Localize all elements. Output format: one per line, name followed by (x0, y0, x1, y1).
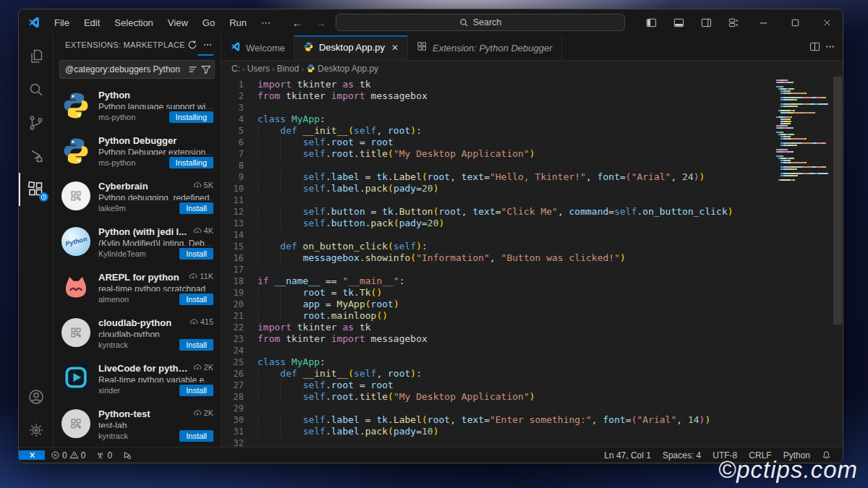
command-center-search[interactable]: Search (336, 14, 625, 31)
install-button[interactable]: Install (179, 202, 213, 214)
scrollbar-thumb[interactable] (833, 77, 842, 325)
code-line: self.root = root (258, 137, 843, 148)
extension-item[interactable]: LiveCode for python2KReal-time python va… (54, 356, 221, 402)
scrollbar[interactable] (833, 77, 843, 447)
search-icon (459, 18, 469, 27)
more-actions-icon[interactable] (200, 38, 215, 52)
customize-layout-icon[interactable] (720, 9, 747, 35)
code-line: self.label.pack(pady=20) (258, 183, 843, 194)
debug-status[interactable] (118, 448, 136, 463)
extensions-search-input[interactable]: @category:debuggers Python (59, 60, 215, 79)
minimize-button[interactable] (747, 9, 779, 35)
menu-selection[interactable]: Selection (108, 15, 159, 30)
vscode-window: FileEditSelectionViewGoRun⋯ ← → Search (18, 9, 843, 463)
extension-description: Real-time python variable e... (98, 375, 213, 382)
toggle-primary-sidebar-icon[interactable] (637, 9, 665, 35)
extension-logo (62, 364, 90, 391)
extension-item[interactable]: AREPL for python11Kreal-time python scra… (54, 265, 221, 311)
activity-settings-icon[interactable] (19, 414, 54, 447)
forward-arrow-icon[interactable]: → (312, 17, 328, 29)
extension-name: AREPL for python (98, 272, 184, 283)
menu-run[interactable]: Run (223, 15, 253, 30)
activity-extensions-icon[interactable] (19, 173, 54, 206)
error-icon (51, 450, 60, 460)
extension-icon: Python (61, 226, 91, 260)
code-line: import tkinter as tk (258, 322, 843, 333)
remote-indicator[interactable] (19, 450, 45, 460)
extension-description: cloudlab-python (98, 330, 213, 337)
extension-icon (61, 317, 91, 351)
breadcrumb-item[interactable]: Users (247, 64, 270, 74)
breadcrumb-item[interactable]: Binod (277, 64, 299, 74)
status-spaces-4[interactable]: Spaces: 4 (657, 448, 707, 463)
tab-extension-python-debugger[interactable]: Extension: Python Debugger (408, 35, 562, 60)
toggle-secondary-sidebar-icon[interactable] (692, 9, 720, 35)
install-button[interactable]: Install (179, 339, 213, 351)
cat-logo (61, 273, 90, 301)
menu-view[interactable]: View (161, 15, 195, 30)
install-button[interactable]: Install (179, 430, 213, 442)
line-numbers: 1234567891011121314151617181920212223242… (221, 77, 258, 447)
problems-indicator[interactable]: 0 0 (46, 448, 90, 463)
code-line (258, 264, 843, 275)
toggle-panel-icon[interactable] (665, 9, 692, 35)
back-arrow-icon[interactable]: ← (289, 17, 305, 29)
activity-search-icon[interactable] (19, 73, 54, 106)
extension-item[interactable]: Python DebuggerPython Debugger extension… (54, 129, 221, 174)
activity-run-debug-icon[interactable] (19, 140, 54, 173)
extension-item[interactable]: Cyberbrain5KPython debugging, redefined.… (54, 174, 221, 220)
code-line: self.root = root (258, 380, 843, 391)
split-editor-icon[interactable] (809, 41, 820, 55)
radio-tower-icon (95, 450, 105, 460)
extension-item[interactable]: Python-test2Ktest-labkyntrackInstall (54, 402, 221, 447)
extension-name: Python (with jedi l... (98, 226, 189, 237)
code-editor[interactable]: 1234567891011121314151617181920212223242… (221, 77, 843, 447)
menu-edit[interactable]: Edit (77, 15, 106, 30)
extension-description: test-lab (98, 421, 213, 428)
sort-icon[interactable] (188, 64, 198, 74)
install-button[interactable]: Install (179, 294, 213, 305)
install-button[interactable]: Install (179, 248, 213, 260)
close-button[interactable] (811, 9, 843, 35)
titlebar-controls (637, 9, 843, 35)
breadcrumb-item[interactable]: C: (231, 64, 240, 74)
extension-name: LiveCode for python (98, 363, 189, 374)
extension-item[interactable]: PythonPython (with jedi l...4K(Kylin Mod… (54, 220, 221, 265)
code-line: app = MyApp(root) (258, 299, 843, 310)
menu-[interactable]: ⋯ (255, 15, 277, 30)
breadcrumb-item[interactable]: Desktop App.py (318, 64, 378, 74)
maximize-button[interactable] (779, 9, 811, 35)
refresh-icon[interactable] (185, 38, 200, 52)
close-tab-icon[interactable]: ✕ (391, 43, 399, 53)
filter-icon[interactable] (201, 64, 211, 74)
tab-welcome[interactable]: Welcome (221, 35, 294, 60)
extension-icon (61, 408, 91, 442)
tab-bar: WelcomeDesktop App.py✕Extension: Python … (221, 35, 843, 61)
minimap[interactable] (772, 78, 833, 181)
menu-go[interactable]: Go (196, 15, 221, 30)
menu-file[interactable]: File (48, 15, 76, 30)
vscode-logo-icon (27, 16, 41, 29)
editor-group: WelcomeDesktop App.py✕Extension: Python … (221, 35, 843, 447)
install-button[interactable]: Installing (169, 111, 213, 123)
install-button[interactable]: Install (179, 385, 213, 396)
activity-source-control-icon[interactable] (19, 106, 54, 140)
extension-publisher: ms-python (98, 158, 169, 167)
code-line: root.mainloop() (258, 310, 843, 322)
extension-publisher: ms-python (98, 113, 169, 121)
extension-name: Python (98, 90, 213, 100)
more-editor-actions-icon[interactable] (825, 41, 835, 55)
activity-explorer-icon[interactable] (19, 40, 54, 73)
code-line: self.label.pack(pady=10) (258, 426, 843, 437)
install-button[interactable]: Installing (169, 157, 213, 168)
code-line: import tkinter as tk (258, 79, 843, 90)
extension-item[interactable]: cloudlab-python415cloudlab-pythonkyntrac… (54, 311, 221, 356)
code-line (258, 102, 843, 114)
extension-item[interactable]: PythonPython language support wi...ms-py… (54, 83, 221, 129)
extension-description: Python Debugger extension... (98, 147, 213, 155)
activity-account-icon[interactable] (19, 380, 54, 414)
status-ln-47-col-1[interactable]: Ln 47, Col 1 (598, 448, 657, 463)
ports-indicator[interactable]: 0 (91, 448, 116, 463)
code-line (258, 437, 843, 447)
tab-desktop-app-py[interactable]: Desktop App.py✕ (294, 35, 408, 60)
